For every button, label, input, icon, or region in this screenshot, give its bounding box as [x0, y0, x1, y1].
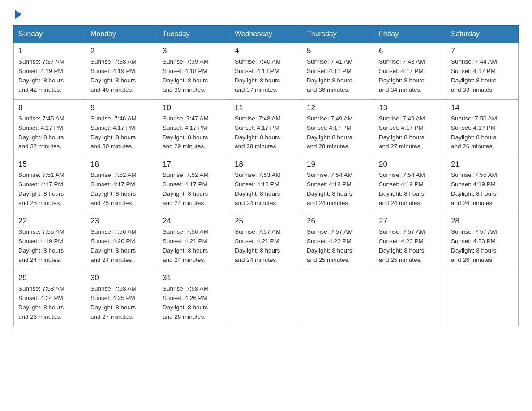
calendar-cell: [230, 270, 302, 326]
day-number: 6: [379, 47, 442, 56]
day-number: 12: [307, 103, 369, 112]
day-info: Sunrise: 7:57 AMSunset: 4:22 PMDaylight:…: [307, 227, 369, 265]
day-info: Sunrise: 7:55 AMSunset: 4:19 PMDaylight:…: [451, 171, 514, 208]
day-info: Sunrise: 7:57 AMSunset: 4:21 PMDaylight:…: [235, 227, 297, 265]
day-info: Sunrise: 7:45 AMSunset: 4:17 PMDaylight:…: [18, 114, 81, 152]
weekday-header-friday: Friday: [374, 26, 446, 43]
weekday-header-wednesday: Wednesday: [230, 26, 302, 43]
day-number: 30: [90, 274, 153, 283]
day-info: Sunrise: 7:48 AMSunset: 4:17 PMDaylight:…: [235, 114, 297, 152]
calendar-cell: 7 Sunrise: 7:44 AMSunset: 4:17 PMDayligh…: [446, 43, 519, 100]
day-number: 26: [307, 217, 369, 226]
calendar-cell: 1 Sunrise: 7:37 AMSunset: 4:19 PMDayligh…: [14, 43, 86, 100]
calendar-cell: 26 Sunrise: 7:57 AMSunset: 4:22 PMDaylig…: [302, 213, 374, 270]
day-info: Sunrise: 7:49 AMSunset: 4:17 PMDaylight:…: [379, 114, 442, 152]
day-number: 18: [235, 160, 297, 169]
day-info: Sunrise: 7:51 AMSunset: 4:17 PMDaylight:…: [18, 171, 81, 208]
day-number: 1: [18, 47, 81, 56]
day-info: Sunrise: 7:52 AMSunset: 4:17 PMDaylight:…: [90, 171, 153, 208]
day-number: 7: [451, 47, 514, 56]
day-number: 24: [163, 217, 225, 226]
day-info: Sunrise: 7:44 AMSunset: 4:17 PMDaylight:…: [451, 57, 514, 95]
day-info: Sunrise: 7:57 AMSunset: 4:23 PMDaylight:…: [451, 227, 514, 265]
calendar-cell: 22 Sunrise: 7:55 AMSunset: 4:19 PMDaylig…: [14, 213, 86, 270]
day-info: Sunrise: 7:58 AMSunset: 4:26 PMDaylight:…: [163, 284, 225, 322]
day-info: Sunrise: 7:43 AMSunset: 4:17 PMDaylight:…: [379, 57, 442, 95]
day-info: Sunrise: 7:38 AMSunset: 4:19 PMDaylight:…: [90, 57, 153, 95]
calendar-cell: 6 Sunrise: 7:43 AMSunset: 4:17 PMDayligh…: [374, 43, 446, 100]
day-info: Sunrise: 7:54 AMSunset: 4:19 PMDaylight:…: [379, 171, 442, 208]
day-info: Sunrise: 7:56 AMSunset: 4:21 PMDaylight:…: [163, 227, 225, 265]
day-info: Sunrise: 7:49 AMSunset: 4:17 PMDaylight:…: [307, 114, 369, 152]
calendar-cell: 2 Sunrise: 7:38 AMSunset: 4:19 PMDayligh…: [86, 43, 158, 100]
week-row-3: 15 Sunrise: 7:51 AMSunset: 4:17 PMDaylig…: [14, 156, 519, 213]
day-number: 14: [451, 103, 514, 112]
calendar-cell: 28 Sunrise: 7:57 AMSunset: 4:23 PMDaylig…: [446, 213, 519, 270]
day-info: Sunrise: 7:39 AMSunset: 4:18 PMDaylight:…: [163, 57, 225, 95]
calendar-cell: 8 Sunrise: 7:45 AMSunset: 4:17 PMDayligh…: [14, 99, 86, 156]
day-info: Sunrise: 7:57 AMSunset: 4:23 PMDaylight:…: [379, 227, 442, 265]
calendar-cell: [374, 270, 446, 326]
logo-general-text: [13, 9, 21, 19]
weekday-header-monday: Monday: [86, 26, 158, 43]
weekday-header-thursday: Thursday: [302, 26, 374, 43]
weekday-header-saturday: Saturday: [446, 26, 519, 43]
day-number: 3: [163, 47, 225, 56]
day-number: 25: [235, 217, 297, 226]
week-row-1: 1 Sunrise: 7:37 AMSunset: 4:19 PMDayligh…: [14, 43, 519, 100]
day-info: Sunrise: 7:41 AMSunset: 4:17 PMDaylight:…: [307, 57, 369, 95]
day-info: Sunrise: 7:40 AMSunset: 4:18 PMDaylight:…: [235, 57, 297, 95]
calendar-cell: 5 Sunrise: 7:41 AMSunset: 4:17 PMDayligh…: [302, 43, 374, 100]
logo: [13, 9, 21, 17]
day-number: 4: [235, 47, 297, 56]
day-number: 8: [18, 103, 81, 112]
calendar-cell: [302, 270, 374, 326]
day-number: 11: [235, 103, 297, 112]
day-number: 17: [163, 160, 225, 169]
calendar-cell: 30 Sunrise: 7:58 AMSunset: 4:25 PMDaylig…: [86, 270, 158, 326]
calendar-cell: 25 Sunrise: 7:57 AMSunset: 4:21 PMDaylig…: [230, 213, 302, 270]
day-number: 19: [307, 160, 369, 169]
day-number: 31: [163, 274, 225, 283]
week-row-4: 22 Sunrise: 7:55 AMSunset: 4:19 PMDaylig…: [14, 213, 519, 270]
day-number: 2: [90, 47, 153, 56]
day-info: Sunrise: 7:54 AMSunset: 4:18 PMDaylight:…: [307, 171, 369, 208]
calendar-cell: [446, 270, 519, 326]
day-number: 23: [90, 217, 153, 226]
day-number: 22: [18, 217, 81, 226]
week-row-2: 8 Sunrise: 7:45 AMSunset: 4:17 PMDayligh…: [14, 99, 519, 156]
calendar-cell: 27 Sunrise: 7:57 AMSunset: 4:23 PMDaylig…: [374, 213, 446, 270]
day-number: 28: [451, 217, 514, 226]
calendar-cell: 11 Sunrise: 7:48 AMSunset: 4:17 PMDaylig…: [230, 99, 302, 156]
calendar-cell: 10 Sunrise: 7:47 AMSunset: 4:17 PMDaylig…: [158, 99, 230, 156]
day-number: 10: [163, 103, 225, 112]
day-info: Sunrise: 7:50 AMSunset: 4:17 PMDaylight:…: [451, 114, 514, 152]
day-info: Sunrise: 7:47 AMSunset: 4:17 PMDaylight:…: [163, 114, 225, 152]
day-info: Sunrise: 7:46 AMSunset: 4:17 PMDaylight:…: [90, 114, 153, 152]
weekday-header-sunday: Sunday: [14, 26, 86, 43]
calendar-cell: 24 Sunrise: 7:56 AMSunset: 4:21 PMDaylig…: [158, 213, 230, 270]
day-info: Sunrise: 7:56 AMSunset: 4:20 PMDaylight:…: [90, 227, 153, 265]
calendar-cell: 19 Sunrise: 7:54 AMSunset: 4:18 PMDaylig…: [302, 156, 374, 213]
day-number: 16: [90, 160, 153, 169]
day-number: 15: [18, 160, 81, 169]
calendar-cell: 4 Sunrise: 7:40 AMSunset: 4:18 PMDayligh…: [230, 43, 302, 100]
calendar-cell: 14 Sunrise: 7:50 AMSunset: 4:17 PMDaylig…: [446, 99, 519, 156]
calendar-cell: 13 Sunrise: 7:49 AMSunset: 4:17 PMDaylig…: [374, 99, 446, 156]
day-info: Sunrise: 7:58 AMSunset: 4:24 PMDaylight:…: [18, 284, 81, 322]
day-number: 29: [18, 274, 81, 283]
calendar-table: SundayMondayTuesdayWednesdayThursdayFrid…: [13, 25, 519, 326]
day-number: 13: [379, 103, 442, 112]
calendar-cell: 9 Sunrise: 7:46 AMSunset: 4:17 PMDayligh…: [86, 99, 158, 156]
calendar-cell: 17 Sunrise: 7:52 AMSunset: 4:17 PMDaylig…: [158, 156, 230, 213]
calendar-cell: 23 Sunrise: 7:56 AMSunset: 4:20 PMDaylig…: [86, 213, 158, 270]
day-number: 5: [307, 47, 369, 56]
day-info: Sunrise: 7:53 AMSunset: 4:18 PMDaylight:…: [235, 171, 297, 208]
calendar-cell: 29 Sunrise: 7:58 AMSunset: 4:24 PMDaylig…: [14, 270, 86, 326]
day-number: 9: [90, 103, 153, 112]
day-number: 21: [451, 160, 514, 169]
calendar-cell: 16 Sunrise: 7:52 AMSunset: 4:17 PMDaylig…: [86, 156, 158, 213]
weekday-header-row: SundayMondayTuesdayWednesdayThursdayFrid…: [14, 26, 519, 43]
day-info: Sunrise: 7:55 AMSunset: 4:19 PMDaylight:…: [18, 227, 81, 265]
weekday-header-tuesday: Tuesday: [158, 26, 230, 43]
